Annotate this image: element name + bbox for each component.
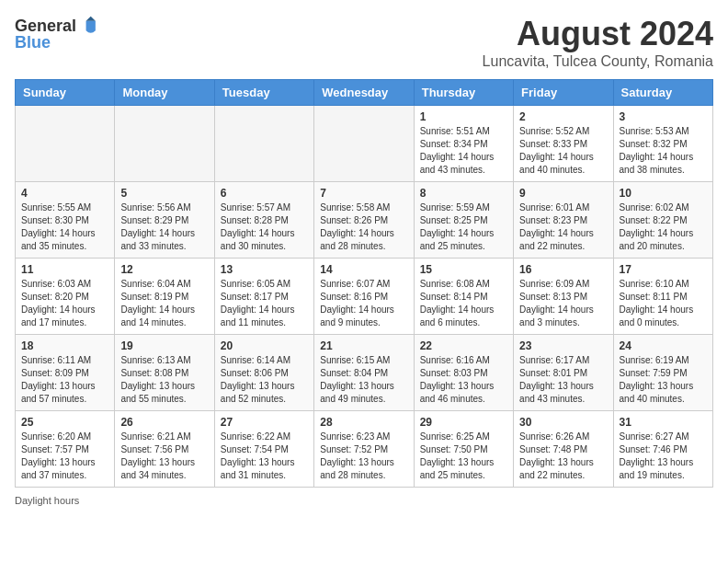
calendar-header-row: SundayMondayTuesdayWednesdayThursdayFrid…	[16, 80, 713, 106]
day-number: 11	[21, 263, 108, 276]
day-info: Sunrise: 6:10 AM Sunset: 8:11 PM Dayligh…	[620, 278, 707, 329]
day-info: Sunrise: 5:56 AM Sunset: 8:29 PM Dayligh…	[120, 201, 208, 253]
calendar-cell: 7Sunrise: 5:58 AM Sunset: 8:26 PM Daylig…	[314, 182, 414, 259]
day-number: 9	[519, 187, 607, 200]
day-number: 22	[420, 339, 507, 352]
calendar-cell: 11Sunrise: 6:03 AM Sunset: 8:20 PM Dayli…	[16, 259, 115, 335]
calendar-cell: 10Sunrise: 6:02 AM Sunset: 8:22 PM Dayli…	[613, 182, 712, 259]
day-number: 27	[221, 416, 308, 429]
title-block: August 2024 Luncavita, Tulcea County, Ro…	[483, 15, 713, 70]
calendar-cell: 14Sunrise: 6:07 AM Sunset: 8:16 PM Dayli…	[314, 259, 414, 335]
calendar-footer: Daylight hours	[15, 495, 713, 506]
day-number: 8	[420, 187, 507, 200]
day-number: 25	[21, 416, 108, 429]
daylight-label: Daylight hours	[15, 495, 79, 506]
day-header-thursday: Thursday	[414, 80, 513, 106]
calendar-cell: 27Sunrise: 6:22 AM Sunset: 7:54 PM Dayli…	[214, 411, 313, 488]
day-number: 12	[120, 263, 208, 276]
week-row-2: 4Sunrise: 5:55 AM Sunset: 8:30 PM Daylig…	[16, 182, 713, 259]
day-info: Sunrise: 6:08 AM Sunset: 8:14 PM Dayligh…	[420, 278, 507, 329]
day-number: 23	[519, 339, 607, 352]
day-number: 17	[620, 263, 707, 276]
day-info: Sunrise: 6:26 AM Sunset: 7:48 PM Dayligh…	[519, 431, 607, 482]
week-row-3: 11Sunrise: 6:03 AM Sunset: 8:20 PM Dayli…	[16, 259, 713, 335]
day-info: Sunrise: 6:19 AM Sunset: 7:59 PM Dayligh…	[620, 354, 707, 406]
day-number: 24	[620, 339, 707, 352]
day-number: 15	[420, 263, 507, 276]
day-number: 16	[519, 263, 607, 276]
day-number: 30	[519, 416, 607, 429]
day-info: Sunrise: 6:15 AM Sunset: 8:04 PM Dayligh…	[320, 354, 407, 406]
logo: General Blue	[15, 15, 100, 52]
day-number: 26	[120, 416, 208, 429]
calendar-cell	[214, 106, 313, 182]
week-row-5: 25Sunrise: 6:20 AM Sunset: 7:57 PM Dayli…	[16, 411, 713, 488]
day-number: 28	[320, 416, 407, 429]
calendar-cell: 1Sunrise: 5:51 AM Sunset: 8:34 PM Daylig…	[414, 106, 513, 182]
day-header-friday: Friday	[514, 80, 613, 106]
day-number: 19	[120, 339, 208, 352]
day-number: 2	[519, 110, 607, 123]
day-info: Sunrise: 6:11 AM Sunset: 8:09 PM Dayligh…	[21, 354, 108, 406]
day-number: 29	[420, 416, 507, 429]
day-number: 20	[221, 339, 308, 352]
day-info: Sunrise: 5:51 AM Sunset: 8:34 PM Dayligh…	[420, 125, 507, 177]
calendar-cell	[314, 106, 414, 182]
day-info: Sunrise: 6:27 AM Sunset: 7:46 PM Dayligh…	[620, 431, 707, 482]
day-number: 21	[320, 339, 407, 352]
day-header-sunday: Sunday	[16, 80, 115, 106]
calendar-cell: 16Sunrise: 6:09 AM Sunset: 8:13 PM Dayli…	[514, 259, 613, 335]
page-header: General Blue August 2024 Luncavita, Tulc…	[15, 15, 713, 70]
calendar-cell	[16, 106, 115, 182]
calendar-cell: 6Sunrise: 5:57 AM Sunset: 8:28 PM Daylig…	[214, 182, 313, 259]
day-info: Sunrise: 6:20 AM Sunset: 7:57 PM Dayligh…	[21, 431, 108, 482]
day-info: Sunrise: 6:13 AM Sunset: 8:08 PM Dayligh…	[120, 354, 208, 406]
day-info: Sunrise: 6:16 AM Sunset: 8:03 PM Dayligh…	[420, 354, 507, 406]
day-info: Sunrise: 6:03 AM Sunset: 8:20 PM Dayligh…	[21, 278, 108, 329]
week-row-1: 1Sunrise: 5:51 AM Sunset: 8:34 PM Daylig…	[16, 106, 713, 182]
day-header-wednesday: Wednesday	[314, 80, 414, 106]
day-number: 10	[620, 187, 707, 200]
calendar-cell: 19Sunrise: 6:13 AM Sunset: 8:08 PM Dayli…	[115, 335, 214, 411]
day-number: 1	[420, 110, 507, 123]
calendar-cell: 20Sunrise: 6:14 AM Sunset: 8:06 PM Dayli…	[214, 335, 313, 411]
day-info: Sunrise: 6:09 AM Sunset: 8:13 PM Dayligh…	[519, 278, 607, 329]
calendar-cell: 24Sunrise: 6:19 AM Sunset: 7:59 PM Dayli…	[613, 335, 712, 411]
calendar-cell: 3Sunrise: 5:53 AM Sunset: 8:32 PM Daylig…	[613, 106, 712, 182]
day-info: Sunrise: 6:23 AM Sunset: 7:52 PM Dayligh…	[320, 431, 407, 482]
week-row-4: 18Sunrise: 6:11 AM Sunset: 8:09 PM Dayli…	[16, 335, 713, 411]
day-header-saturday: Saturday	[613, 80, 712, 106]
logo-icon	[78, 15, 100, 37]
calendar-cell: 18Sunrise: 6:11 AM Sunset: 8:09 PM Dayli…	[16, 335, 115, 411]
calendar-subtitle: Luncavita, Tulcea County, Romania	[483, 53, 713, 70]
calendar-cell: 28Sunrise: 6:23 AM Sunset: 7:52 PM Dayli…	[314, 411, 414, 488]
calendar-cell: 4Sunrise: 5:55 AM Sunset: 8:30 PM Daylig…	[16, 182, 115, 259]
day-header-monday: Monday	[115, 80, 214, 106]
day-number: 31	[620, 416, 707, 429]
day-info: Sunrise: 5:55 AM Sunset: 8:30 PM Dayligh…	[21, 201, 108, 253]
day-info: Sunrise: 6:25 AM Sunset: 7:50 PM Dayligh…	[420, 431, 507, 482]
calendar-cell: 5Sunrise: 5:56 AM Sunset: 8:29 PM Daylig…	[115, 182, 214, 259]
day-header-tuesday: Tuesday	[214, 80, 313, 106]
day-number: 4	[21, 187, 108, 200]
day-number: 14	[320, 263, 407, 276]
calendar-table: SundayMondayTuesdayWednesdayThursdayFrid…	[15, 79, 713, 488]
calendar-body: 1Sunrise: 5:51 AM Sunset: 8:34 PM Daylig…	[16, 106, 713, 488]
day-info: Sunrise: 6:02 AM Sunset: 8:22 PM Dayligh…	[620, 201, 707, 253]
day-info: Sunrise: 5:58 AM Sunset: 8:26 PM Dayligh…	[320, 201, 407, 253]
day-info: Sunrise: 6:22 AM Sunset: 7:54 PM Dayligh…	[221, 431, 308, 482]
day-number: 13	[221, 263, 308, 276]
calendar-cell: 30Sunrise: 6:26 AM Sunset: 7:48 PM Dayli…	[514, 411, 613, 488]
day-info: Sunrise: 6:05 AM Sunset: 8:17 PM Dayligh…	[221, 278, 308, 329]
day-info: Sunrise: 6:01 AM Sunset: 8:23 PM Dayligh…	[519, 201, 607, 253]
calendar-cell: 9Sunrise: 6:01 AM Sunset: 8:23 PM Daylig…	[514, 182, 613, 259]
calendar-cell: 13Sunrise: 6:05 AM Sunset: 8:17 PM Dayli…	[214, 259, 313, 335]
calendar-cell: 15Sunrise: 6:08 AM Sunset: 8:14 PM Dayli…	[414, 259, 513, 335]
day-info: Sunrise: 5:59 AM Sunset: 8:25 PM Dayligh…	[420, 201, 507, 253]
calendar-cell: 31Sunrise: 6:27 AM Sunset: 7:46 PM Dayli…	[613, 411, 712, 488]
logo-text-blue: Blue	[15, 33, 51, 52]
calendar-cell: 17Sunrise: 6:10 AM Sunset: 8:11 PM Dayli…	[613, 259, 712, 335]
calendar-title: August 2024	[483, 15, 713, 53]
calendar-cell: 12Sunrise: 6:04 AM Sunset: 8:19 PM Dayli…	[115, 259, 214, 335]
day-info: Sunrise: 5:53 AM Sunset: 8:32 PM Dayligh…	[620, 125, 707, 177]
